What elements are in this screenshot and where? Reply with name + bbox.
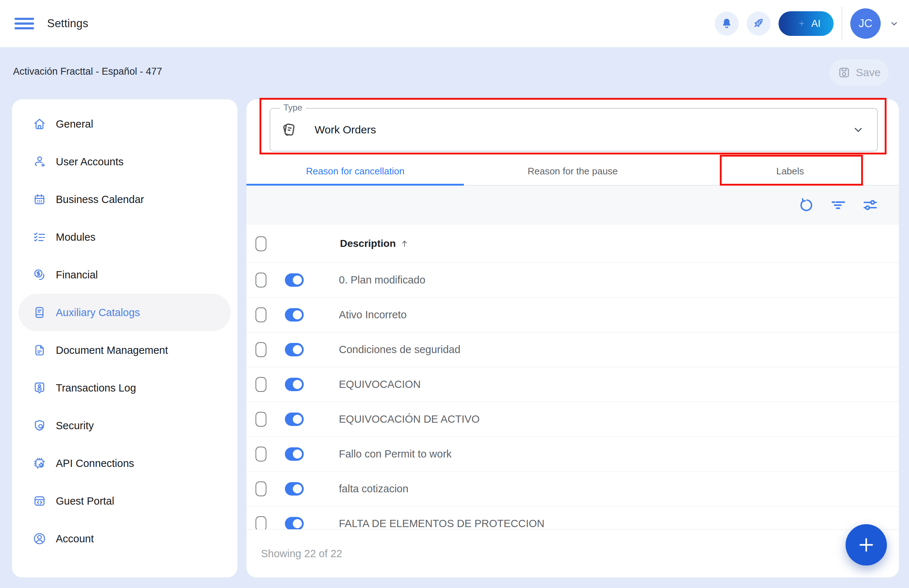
row-enabled-toggle[interactable] [285, 343, 304, 356]
add-item-fab[interactable] [846, 524, 887, 565]
tab-reason-for-the-pause[interactable]: Reason for the pause [464, 157, 681, 185]
sidebar-item-security[interactable]: Security [18, 407, 231, 444]
notifications-button[interactable] [715, 11, 739, 36]
sidebar-item-label: Business Calendar [56, 194, 144, 205]
table-row[interactable]: FALTA DE ELEMENTOS DE PROTECCION [247, 506, 899, 529]
sort-ascending-arrow-icon [399, 239, 410, 249]
settings-sidebar: General User Accounts Business Calendar … [12, 99, 237, 577]
type-dropdown[interactable]: Type Work Orders [270, 108, 878, 152]
sidebar-item-general[interactable]: General [18, 105, 231, 143]
sidebar-item-guest-portal[interactable]: Guest Portal [18, 482, 231, 520]
account-menu-chevron-down-icon[interactable] [889, 18, 899, 29]
bell-icon [720, 17, 733, 30]
ai-assistant-button[interactable]: AI [778, 11, 834, 36]
main-content-card: Type Work Orders Reason for cancellation… [247, 99, 899, 577]
sparkle-icon [799, 21, 805, 26]
user-add-icon [32, 154, 47, 169]
row-checkbox[interactable] [255, 412, 266, 426]
table-row[interactable]: falta cotizacion [247, 472, 899, 506]
column-header-description[interactable]: Description [340, 238, 410, 249]
row-enabled-toggle[interactable] [285, 447, 304, 461]
tune-sliders-icon[interactable] [862, 197, 878, 213]
avatar[interactable]: JC [850, 8, 881, 39]
sidebar-item-label: User Accounts [56, 156, 124, 168]
sidebar-item-label: Transactions Log [56, 382, 136, 394]
sidebar-item-label: General [56, 118, 93, 130]
row-enabled-toggle[interactable] [285, 378, 304, 391]
catalog-book-icon [32, 305, 47, 320]
home-icon [32, 117, 47, 131]
table-row[interactable]: Condiciones de seguridad [247, 333, 899, 367]
row-checkbox[interactable] [255, 377, 266, 392]
sidebar-item-label: Modules [56, 231, 96, 243]
row-description: Condiciones de seguridad [339, 344, 460, 355]
select-all-checkbox[interactable] [255, 236, 266, 251]
sidebar-item-account[interactable]: Account [18, 520, 231, 557]
table-row[interactable]: Ativo Incorreto [247, 297, 899, 333]
row-checkbox[interactable] [255, 516, 266, 529]
sidebar-item-financial[interactable]: Financial [18, 256, 231, 294]
menu-hamburger-icon[interactable] [15, 15, 34, 32]
document-icon [32, 343, 47, 357]
table-row[interactable]: EQUIVOCACIÓN DE ACTIVO [247, 402, 899, 437]
row-enabled-toggle[interactable] [285, 412, 304, 426]
row-checkbox[interactable] [255, 273, 266, 288]
plus-icon [856, 534, 877, 556]
row-enabled-toggle[interactable] [285, 517, 304, 529]
tab-labels[interactable]: Labels [681, 157, 899, 185]
browser-code-icon [32, 494, 47, 508]
table-row[interactable]: EQUIVOCACION [247, 367, 899, 402]
ai-button-label: AI [811, 18, 820, 29]
sidebar-item-business-calendar[interactable]: Business Calendar [18, 181, 231, 218]
sidebar-item-user-accounts[interactable]: User Accounts [18, 143, 231, 181]
table-row[interactable]: Fallo con Permit to work [247, 437, 899, 472]
save-button[interactable]: Save [829, 60, 889, 86]
table-body: 0. Plan modificado Ativo Incorreto Condi… [247, 263, 899, 529]
refresh-icon[interactable] [798, 197, 815, 213]
sidebar-item-modules[interactable]: Modules [18, 218, 231, 256]
sidebar-item-label: Account [56, 533, 94, 545]
type-field-label: Type [280, 103, 306, 113]
sidebar-item-label: API Connections [56, 457, 134, 470]
row-description: Fallo con Permit to work [339, 448, 452, 460]
row-description: 0. Plan modificado [339, 274, 426, 286]
sidebar-item-label: Financial [56, 269, 98, 281]
sidebar-item-document-management[interactable]: Document Management [18, 331, 231, 369]
table-toolbar [247, 186, 899, 225]
calendar-icon [32, 192, 47, 207]
filter-icon[interactable] [830, 197, 847, 213]
sidebar-item-auxiliary-catalogs[interactable]: Auxiliary Catalogs [18, 294, 231, 331]
shield-icon [32, 418, 47, 433]
table-header-row: Description [247, 225, 899, 263]
sidebar-item-api-connections[interactable]: API Connections [18, 444, 231, 482]
row-checkbox[interactable] [255, 447, 266, 462]
page-title: Settings [47, 17, 89, 30]
row-checkbox[interactable] [255, 481, 266, 496]
chevron-down-icon [852, 123, 865, 136]
top-bar: Settings [0, 0, 909, 47]
whats-new-button[interactable] [747, 11, 770, 36]
table-row[interactable]: 0. Plan modificado [247, 263, 899, 297]
save-button-label: Save [856, 66, 880, 79]
table-footer: Showing 22 of 22 [247, 529, 899, 577]
row-checkbox[interactable] [255, 307, 266, 322]
person-circle-icon [32, 531, 47, 546]
row-enabled-toggle[interactable] [285, 308, 304, 321]
row-enabled-toggle[interactable] [285, 273, 304, 287]
sidebar-item-label: Guest Portal [56, 495, 114, 507]
chip-gear-icon [32, 456, 47, 470]
row-description: falta cotizacion [339, 483, 408, 495]
tab-reason-for-cancellation[interactable]: Reason for cancellation [247, 157, 464, 185]
dollar-coin-icon [32, 268, 47, 282]
sidebar-item-label: Document Management [56, 344, 168, 356]
row-description: EQUIVOCACION [339, 378, 421, 391]
save-floppy-icon [837, 66, 851, 79]
row-enabled-toggle[interactable] [285, 482, 304, 496]
results-summary: Showing 22 of 22 [261, 548, 342, 560]
row-description: Ativo Incorreto [339, 309, 407, 321]
row-description: FALTA DE ELEMENTOS DE PROTECCION [339, 518, 544, 529]
type-selected-value: Work Orders [315, 124, 376, 136]
checklist-icon [32, 230, 47, 244]
row-checkbox[interactable] [255, 342, 266, 357]
sidebar-item-transactions-log[interactable]: Transactions Log [18, 369, 231, 407]
